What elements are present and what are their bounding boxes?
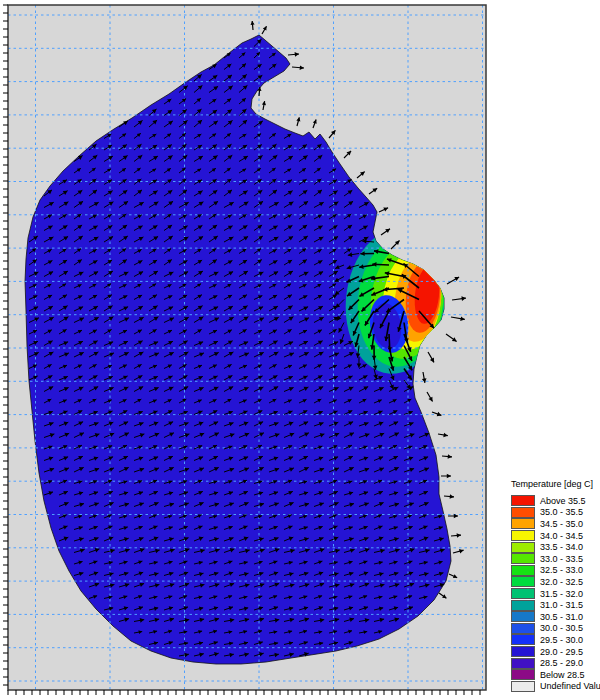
temperature-map-plot[interactable] <box>0 0 600 700</box>
legend-color-swatch <box>511 611 535 622</box>
legend-color-swatch <box>511 646 535 657</box>
temperature-legend: Temperature [deg C] Above 35.535.0 - 35.… <box>511 479 600 692</box>
legend-color-swatch <box>511 530 535 541</box>
legend-row: 29.5 - 30.0 <box>511 634 600 646</box>
legend-row: 31.0 - 31.5 <box>511 599 600 611</box>
legend-title: Temperature [deg C] <box>511 479 600 489</box>
legend-color-swatch <box>511 553 535 564</box>
legend-row: Below 28.5 <box>511 669 600 681</box>
legend-label: 34.5 - 35.0 <box>540 519 583 529</box>
legend-row: 35.0 - 35.5 <box>511 507 600 519</box>
legend-label: 30.0 - 30.5 <box>540 623 583 633</box>
legend-color-swatch <box>511 658 535 669</box>
legend-color-swatch <box>511 588 535 599</box>
legend-label: Below 28.5 <box>540 670 585 680</box>
legend-row: 32.5 - 33.0 <box>511 565 600 577</box>
legend-label: 29.0 - 29.5 <box>540 647 583 657</box>
legend-color-swatch <box>511 600 535 611</box>
legend-color-swatch <box>511 681 535 692</box>
legend-label: Undefined Value <box>540 681 600 691</box>
legend-label: 28.5 - 29.0 <box>540 658 583 668</box>
legend-color-swatch <box>511 623 535 634</box>
legend-label: 33.0 - 33.5 <box>540 554 583 564</box>
legend-row: Undefined Value <box>511 681 600 693</box>
legend-label: 33.5 - 34.0 <box>540 542 583 552</box>
legend-rows: Above 35.535.0 - 35.534.5 - 35.034.0 - 3… <box>511 495 600 692</box>
legend-row: 34.0 - 34.5 <box>511 530 600 542</box>
legend-row: 33.5 - 34.0 <box>511 541 600 553</box>
legend-row: 28.5 - 29.0 <box>511 657 600 669</box>
legend-color-swatch <box>511 565 535 576</box>
legend-row: 31.5 - 32.0 <box>511 588 600 600</box>
legend-row: 34.5 - 35.0 <box>511 518 600 530</box>
legend-row: 32.0 - 32.5 <box>511 576 600 588</box>
legend-label: 31.0 - 31.5 <box>540 600 583 610</box>
legend-label: 29.5 - 30.0 <box>540 635 583 645</box>
legend-color-swatch <box>511 542 535 553</box>
legend-row: 33.0 - 33.5 <box>511 553 600 565</box>
legend-label: 30.5 - 31.0 <box>540 612 583 622</box>
legend-color-swatch <box>511 669 535 680</box>
legend-label: 31.5 - 32.0 <box>540 589 583 599</box>
legend-label: 34.0 - 34.5 <box>540 531 583 541</box>
legend-label: 32.5 - 33.0 <box>540 565 583 575</box>
legend-color-swatch <box>511 507 535 518</box>
legend-label: 32.0 - 32.5 <box>540 577 583 587</box>
legend-color-swatch <box>511 576 535 587</box>
legend-color-swatch <box>511 495 535 506</box>
legend-color-swatch <box>511 518 535 529</box>
legend-label: Above 35.5 <box>540 496 586 506</box>
legend-row: 29.0 - 29.5 <box>511 646 600 658</box>
legend-row: 30.0 - 30.5 <box>511 623 600 635</box>
legend-color-swatch <box>511 634 535 645</box>
legend-label: 35.0 - 35.5 <box>540 507 583 517</box>
legend-row: 30.5 - 31.0 <box>511 611 600 623</box>
legend-row: Above 35.5 <box>511 495 600 507</box>
